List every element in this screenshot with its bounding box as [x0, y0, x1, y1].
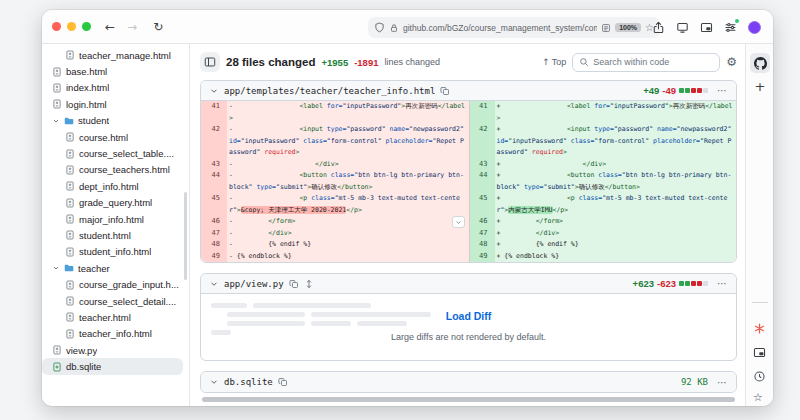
tree-item-course-select-detail-[interactable]: course_select_detail.... — [42, 293, 189, 309]
tree-item-teacher-manage-html[interactable]: teacher_manage.html — [42, 47, 189, 63]
diff-code-line[interactable]: + <button class="btn btn-lg btn-primary … — [495, 170, 737, 193]
reader-mode-icon[interactable] — [601, 23, 611, 33]
tree-item-teacher-info-html[interactable]: teacher_info.html — [42, 326, 189, 342]
favorites-star-icon[interactable]: ☆ — [753, 392, 763, 403]
tree-item-course-select-table-[interactable]: course_select_table.... — [42, 145, 189, 161]
diff-code-line[interactable]: + </form> — [495, 216, 737, 228]
diff-code-line[interactable]: + {% endblock %} — [495, 251, 737, 263]
line-number-old[interactable]: 48 — [201, 239, 227, 251]
profile-avatar[interactable] — [748, 21, 761, 34]
diff-code-line[interactable]: + {% endif %} — [495, 239, 737, 251]
tree-item-login-html[interactable]: login.html — [42, 96, 189, 112]
tree-item-course-html[interactable]: course.html — [42, 129, 189, 145]
back-icon[interactable]: ← — [105, 20, 115, 34]
tree-item-course-grade-input-h-[interactable]: course_grade_input.h... — [42, 276, 189, 292]
tree-item-major-info-html[interactable]: major_info.html — [42, 211, 189, 227]
downloads-icon[interactable] — [676, 21, 689, 34]
line-number-new[interactable]: 48 — [469, 239, 495, 251]
diff-settings-gear-icon[interactable]: ⚙ — [726, 55, 737, 69]
history-clock-icon[interactable] — [753, 370, 766, 383]
line-number-old[interactable]: 41 — [201, 101, 227, 124]
line-number-old[interactable]: 46 — [201, 216, 227, 228]
tree-item-view-py[interactable]: view.py — [42, 342, 189, 358]
diff-block-neutral — [703, 88, 708, 93]
search-within-code-box[interactable] — [572, 53, 720, 72]
forward-icon[interactable]: → — [127, 20, 137, 34]
tree-item-dept-info-html[interactable]: dept_info.html — [42, 178, 189, 194]
tree-item-index-html[interactable]: index.html — [42, 80, 189, 96]
toggle-file-tree-button[interactable] — [200, 52, 220, 72]
tree-item-db-sqlite[interactable]: db.sqlite — [42, 358, 183, 374]
github-sidebar-button[interactable] — [750, 53, 770, 73]
diff-code-line[interactable]: + <p class="mt-5 mb-3 text-muted text-ce… — [495, 193, 737, 216]
file-header[interactable]: app/view.py +623 -623 ⋯ — [201, 274, 736, 294]
diff-code-line[interactable]: + </div> — [495, 159, 737, 171]
line-number-new[interactable]: 45 — [469, 193, 495, 216]
reload-icon[interactable]: ↻ — [153, 20, 163, 34]
line-menu-expander-button[interactable] — [452, 216, 465, 228]
tree-item-student[interactable]: student — [42, 113, 189, 129]
diff-block-add — [679, 88, 684, 93]
line-number-new[interactable]: 47 — [469, 228, 495, 240]
file-header[interactable]: db.sqlite 92 KB ⋯ — [201, 372, 736, 392]
diff-code-line[interactable]: + </div> — [495, 228, 737, 240]
line-number-new[interactable]: 44 — [469, 170, 495, 193]
chevron-down-icon[interactable] — [209, 86, 219, 96]
expand-diff-icon[interactable] — [304, 279, 314, 289]
line-number-old[interactable]: 47 — [201, 228, 227, 240]
line-number-old[interactable]: 43 — [201, 159, 227, 171]
tree-item-base-html[interactable]: base.html — [42, 63, 189, 79]
file-options-kebab-icon[interactable]: ⋯ — [717, 377, 728, 388]
file-options-kebab-icon[interactable]: ⋯ — [717, 278, 728, 289]
diff-code-line[interactable]: - {% endif %} — [227, 239, 469, 251]
zoom-window-icon[interactable] — [82, 22, 91, 31]
file-options-kebab-icon[interactable]: ⋯ — [717, 85, 728, 96]
diff-code-line[interactable]: - <button class="btn btn-lg btn-primary … — [227, 170, 469, 193]
copy-path-icon[interactable] — [440, 86, 450, 96]
url-bar[interactable]: github.com/bGZo/course_management_system… — [368, 17, 660, 38]
diff-code-line[interactable]: - {% endblock %} — [227, 251, 469, 263]
diff-code-line[interactable]: - <p class="mt-5 mb-3 text-muted text-ce… — [227, 193, 469, 216]
back-to-top-link[interactable]: ↑ Top — [542, 57, 566, 67]
asterisk-icon[interactable] — [753, 322, 766, 335]
line-number-new[interactable]: 49 — [469, 251, 495, 263]
extensions-tune-icon[interactable] — [724, 21, 737, 34]
tree-item-grade-query-html[interactable]: grade_query.html — [42, 195, 189, 211]
zoom-level-badge[interactable]: 100% — [615, 23, 641, 32]
diff-code-line[interactable]: - <input type="password" name="newpasswo… — [227, 124, 469, 159]
chevron-down-icon[interactable] — [209, 279, 219, 289]
sidebar-scrollbar[interactable] — [184, 192, 187, 280]
picture-in-picture-icon[interactable] — [753, 346, 766, 359]
diff-code-line[interactable]: - <label for="inputPassword">再次新密码</labe… — [227, 101, 469, 124]
line-number-old[interactable]: 45 — [201, 193, 227, 216]
line-number-old[interactable]: 42 — [201, 124, 227, 159]
picture-in-picture-icon[interactable] — [700, 21, 713, 34]
diff-code-line[interactable]: - </div> — [227, 159, 469, 171]
tree-item-student-html[interactable]: student.html — [42, 227, 189, 243]
horizontal-scrollbar[interactable] — [202, 397, 735, 402]
copy-path-icon[interactable] — [289, 279, 299, 289]
load-diff-button[interactable]: Load Diff — [446, 310, 492, 322]
diff-code-line[interactable]: - </div> — [227, 228, 469, 240]
diff-code-line[interactable]: + <label for="inputPassword">再次新密码</labe… — [495, 101, 737, 124]
diff-code-line[interactable]: + <input type="password" name="newpasswo… — [495, 124, 737, 159]
new-tab-button[interactable]: + — [750, 77, 770, 95]
tree-item-teacher[interactable]: teacher — [42, 260, 189, 276]
close-window-icon[interactable] — [52, 22, 61, 31]
line-number-new[interactable]: 42 — [469, 124, 495, 159]
minimize-window-icon[interactable] — [67, 22, 76, 31]
line-number-old[interactable]: 44 — [201, 170, 227, 193]
diff-code-line[interactable]: - </form> — [227, 216, 469, 228]
tree-item-teacher-html[interactable]: teacher.html — [42, 309, 189, 325]
tree-item-course-teachers-html[interactable]: course_teachers.html — [42, 162, 189, 178]
line-number-old[interactable]: 49 — [201, 251, 227, 263]
line-number-new[interactable]: 41 — [469, 101, 495, 124]
line-number-new[interactable]: 46 — [469, 216, 495, 228]
file-header[interactable]: app/templates/teacher/teacher_info.html … — [201, 81, 736, 101]
chevron-down-icon[interactable] — [209, 377, 219, 387]
line-number-new[interactable]: 43 — [469, 159, 495, 171]
copy-path-icon[interactable] — [278, 377, 288, 387]
tree-item-student-info-html[interactable]: student_info.html — [42, 244, 189, 260]
share-icon[interactable] — [652, 21, 665, 34]
search-input[interactable] — [593, 57, 713, 67]
